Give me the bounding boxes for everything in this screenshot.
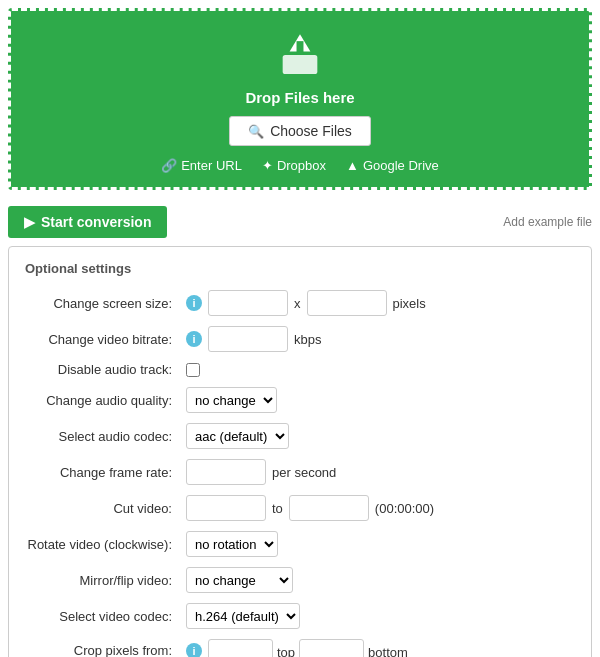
link-icon: 🔗 bbox=[161, 158, 177, 173]
disable-audio-row: Disable audio track: bbox=[25, 362, 575, 377]
enter-url-link[interactable]: 🔗 Enter URL bbox=[161, 158, 242, 173]
screen-size-label: Change screen size: bbox=[25, 296, 180, 311]
drop-links: 🔗 Enter URL ✦ Dropbox ▲ Google Drive bbox=[161, 158, 439, 173]
upload-icon bbox=[274, 29, 326, 81]
audio-quality-row: Change audio quality: no change very hig… bbox=[25, 387, 575, 413]
cut-start-input[interactable] bbox=[186, 495, 266, 521]
play-icon: ▶ bbox=[24, 214, 35, 230]
cut-end-input[interactable] bbox=[289, 495, 369, 521]
audio-quality-select[interactable]: no change very high high medium low very… bbox=[186, 387, 277, 413]
crop-bottom-label: bottom bbox=[368, 645, 408, 658]
svg-rect-0 bbox=[283, 55, 318, 74]
bitrate-row: Change video bitrate: i kbps bbox=[25, 326, 575, 352]
crop-top-input[interactable] bbox=[208, 639, 273, 657]
crop-top-label: top bbox=[277, 645, 295, 658]
google-drive-icon: ▲ bbox=[346, 158, 359, 173]
rotate-select[interactable]: no rotation 90° 180° 270° bbox=[186, 531, 278, 557]
optional-settings-panel: Optional settings Change screen size: i … bbox=[8, 246, 592, 657]
audio-codec-label: Select audio codec: bbox=[25, 429, 180, 444]
screen-size-info-icon[interactable]: i bbox=[186, 295, 202, 311]
pixels-label: pixels bbox=[393, 296, 426, 311]
crop-top-row: top bottom bbox=[208, 639, 408, 657]
screen-height-input[interactable] bbox=[307, 290, 387, 316]
frame-rate-input[interactable] bbox=[186, 459, 266, 485]
toolbar: ▶ Start conversion Add example file bbox=[0, 198, 600, 246]
video-codec-label: Select video codec: bbox=[25, 609, 180, 624]
rotate-label: Rotate video (clockwise): bbox=[25, 537, 180, 552]
drop-text: Drop Files here bbox=[245, 89, 354, 106]
audio-quality-label: Change audio quality: bbox=[25, 393, 180, 408]
cut-video-row: Cut video: to (00:00:00) bbox=[25, 495, 575, 521]
frame-rate-label: Change frame rate: bbox=[25, 465, 180, 480]
video-codec-select[interactable]: h.264 (default) h.265 vp9 mpeg4 xvid bbox=[186, 603, 300, 629]
audio-codec-row: Select audio codec: aac (default) mp3 vo… bbox=[25, 423, 575, 449]
crop-info-icon[interactable]: i bbox=[186, 643, 202, 657]
bitrate-info-icon[interactable]: i bbox=[186, 331, 202, 347]
start-conversion-button[interactable]: ▶ Start conversion bbox=[8, 206, 167, 238]
kbps-label: kbps bbox=[294, 332, 321, 347]
rotate-row: Rotate video (clockwise): no rotation 90… bbox=[25, 531, 575, 557]
bitrate-input[interactable] bbox=[208, 326, 288, 352]
cut-video-label: Cut video: bbox=[25, 501, 180, 516]
disable-audio-checkbox[interactable] bbox=[186, 363, 200, 377]
choose-files-button[interactable]: 🔍 Choose Files bbox=[229, 116, 371, 146]
bitrate-label: Change video bitrate: bbox=[25, 332, 180, 347]
mirror-label: Mirror/flip video: bbox=[25, 573, 180, 588]
per-second-label: per second bbox=[272, 465, 336, 480]
svg-rect-2 bbox=[297, 41, 304, 55]
add-example-link[interactable]: Add example file bbox=[503, 215, 592, 229]
cut-hint: (00:00:00) bbox=[375, 501, 434, 516]
frame-rate-row: Change frame rate: per second bbox=[25, 459, 575, 485]
crop-group: top bottom left right bbox=[208, 639, 408, 657]
audio-codec-select[interactable]: aac (default) mp3 vorbis opus flac wav bbox=[186, 423, 289, 449]
google-drive-link[interactable]: ▲ Google Drive bbox=[346, 158, 439, 173]
mirror-select[interactable]: no change flip horizontal flip vertical bbox=[186, 567, 293, 593]
screen-width-input[interactable] bbox=[208, 290, 288, 316]
cut-to-label: to bbox=[272, 501, 283, 516]
crop-bottom-input[interactable] bbox=[299, 639, 364, 657]
drop-zone[interactable]: Drop Files here 🔍 Choose Files 🔗 Enter U… bbox=[8, 8, 592, 190]
x-separator: x bbox=[294, 296, 301, 311]
dropbox-icon: ✦ bbox=[262, 158, 273, 173]
disable-audio-label: Disable audio track: bbox=[25, 362, 180, 377]
search-icon: 🔍 bbox=[248, 124, 264, 139]
dropbox-link[interactable]: ✦ Dropbox bbox=[262, 158, 326, 173]
crop-row: Crop pixels from: i top bottom left righ… bbox=[25, 639, 575, 657]
video-codec-row: Select video codec: h.264 (default) h.26… bbox=[25, 603, 575, 629]
mirror-row: Mirror/flip video: no change flip horizo… bbox=[25, 567, 575, 593]
settings-title: Optional settings bbox=[25, 261, 575, 276]
screen-size-row: Change screen size: i x pixels bbox=[25, 290, 575, 316]
crop-label: Crop pixels from: bbox=[25, 639, 180, 657]
